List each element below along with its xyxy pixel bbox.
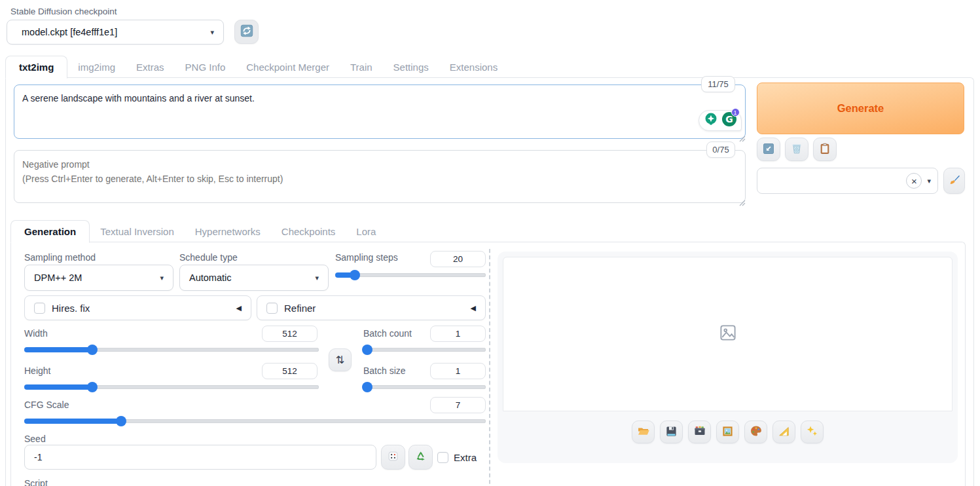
styles-dropdown[interactable]: × ▾ (757, 168, 938, 194)
reuse-seed-button[interactable] (408, 445, 433, 470)
tab-settings[interactable]: Settings (383, 56, 439, 78)
paintbrush-icon (948, 174, 961, 189)
checkpoint-dropdown[interactable]: model.ckpt [fe4efff1e1] ▾ (7, 20, 224, 45)
script-label: Script (24, 478, 48, 486)
gallery-toolbar (498, 421, 958, 443)
generation-panel: Sampling method DPM++ 2M ▾ Schedule type… (10, 242, 966, 486)
slider-thumb[interactable] (87, 345, 98, 355)
tab-textual-inversion[interactable]: Textual Inversion (90, 221, 185, 242)
slider-thumb[interactable] (350, 270, 360, 280)
checkpoint-value: model.ckpt [fe4efff1e1] (16, 27, 117, 37)
save-image-button[interactable] (660, 421, 683, 443)
accordion-arrow-icon: ◀ (471, 304, 476, 312)
height-label: Height (24, 365, 50, 376)
floppy-disk-icon (665, 425, 678, 439)
column-resize-handle[interactable] (489, 249, 490, 486)
cfg-scale-input[interactable] (430, 397, 486, 413)
send-to-img2img-button[interactable] (716, 421, 739, 443)
svg-text:G: G (725, 114, 733, 124)
tab-lora[interactable]: Lora (346, 221, 386, 242)
tab-train[interactable]: Train (340, 56, 383, 78)
batch-count-field (430, 326, 486, 342)
send-to-inpaint-button[interactable] (744, 421, 767, 443)
grammarly-badge: 1 (731, 108, 740, 117)
tab-checkpoint-merger[interactable]: Checkpoint Merger (236, 56, 340, 78)
tab-txt2img[interactable]: txt2img (5, 56, 67, 79)
read-parameters-button[interactable] (757, 138, 780, 161)
open-folder-button[interactable] (632, 421, 655, 443)
refresh-checkpoints-button[interactable] (234, 20, 259, 44)
swap-dimensions-button[interactable]: ⇅ (329, 348, 352, 371)
upscale-button[interactable] (801, 421, 824, 443)
save-zip-button[interactable] (688, 421, 711, 443)
refiner-checkbox[interactable] (266, 303, 278, 314)
schedule-type-label: Schedule type (179, 252, 238, 263)
recycle-icon (414, 450, 427, 464)
width-field (262, 326, 318, 342)
folder-icon (637, 424, 650, 439)
chevron-down-icon: ▾ (210, 29, 214, 36)
prompt-input[interactable]: A serene landscape with mountains and a … (14, 84, 746, 139)
trash-icon (790, 142, 803, 157)
archive-box-icon (693, 424, 706, 439)
txt2img-panel: A serene landscape with mountains and a … (5, 77, 974, 486)
batch-count-slider[interactable] (363, 345, 486, 355)
output-image-area[interactable] (503, 257, 953, 411)
cfg-scale-slider[interactable] (24, 416, 486, 426)
edit-styles-button[interactable] (943, 168, 965, 194)
seed-label: Seed (24, 434, 46, 444)
refresh-icon (240, 24, 254, 40)
triangular-ruler-icon (778, 425, 790, 439)
clear-styles-icon[interactable]: × (906, 173, 922, 189)
arrow-down-left-icon (762, 142, 775, 157)
seed-field (24, 445, 376, 470)
checkpoint-label: Stable Diffusion checkpoint (10, 7, 117, 16)
sampling-steps-slider[interactable] (335, 270, 486, 280)
send-to-extras-button[interactable] (772, 421, 795, 443)
slider-thumb[interactable] (116, 416, 126, 426)
sampling-steps-input[interactable] (430, 251, 486, 267)
cfg-scale-label: CFG Scale (24, 400, 69, 410)
hires-fix-checkbox[interactable] (34, 303, 45, 314)
swap-arrows-icon: ⇅ (336, 354, 344, 366)
schedule-type-dropdown[interactable]: Automatic ▾ (179, 265, 329, 291)
width-slider[interactable] (24, 345, 319, 355)
width-input[interactable] (262, 326, 318, 342)
height-slider[interactable] (24, 382, 319, 392)
batch-size-slider[interactable] (363, 382, 486, 392)
dice-icon (387, 450, 399, 464)
clear-prompt-button[interactable] (785, 138, 808, 161)
slider-thumb[interactable] (362, 382, 372, 392)
grammarly-widget[interactable]: G 1 (699, 110, 742, 131)
extra-seed-checkbox[interactable] (437, 452, 448, 463)
tab-png-info[interactable]: PNG Info (175, 56, 236, 78)
hires-fix-accordion[interactable]: Hires. fix ◀ (24, 295, 251, 320)
refiner-accordion[interactable]: Refiner ◀ (257, 295, 486, 320)
sampling-method-label: Sampling method (24, 252, 96, 263)
height-field (262, 363, 318, 379)
height-input[interactable] (262, 363, 318, 379)
sparkles-icon (806, 425, 818, 439)
slider-thumb[interactable] (362, 345, 372, 355)
negative-prompt-input[interactable] (14, 150, 746, 203)
accordion-arrow-icon: ◀ (236, 304, 242, 312)
slider-thumb[interactable] (87, 382, 98, 392)
tab-hypernetworks[interactable]: Hypernetworks (185, 221, 271, 242)
seed-input[interactable] (24, 445, 376, 470)
generate-button[interactable]: Generate (757, 83, 964, 134)
hires-fix-label: Hires. fix (52, 303, 90, 314)
tab-extensions[interactable]: Extensions (439, 56, 508, 78)
tab-checkpoints[interactable]: Checkpoints (271, 221, 346, 242)
paste-clipboard-button[interactable] (813, 138, 837, 161)
generation-tab-bar: Generation Textual Inversion Hypernetwor… (10, 218, 386, 242)
negative-token-counter: 0/75 (706, 141, 735, 158)
batch-size-input[interactable] (430, 363, 486, 379)
prompt-tool-buttons (757, 138, 837, 161)
batch-size-field (430, 363, 486, 379)
tab-img2img[interactable]: img2img (67, 56, 126, 78)
sampling-method-dropdown[interactable]: DPM++ 2M ▾ (24, 265, 173, 291)
random-seed-button[interactable] (381, 445, 405, 470)
batch-count-input[interactable] (430, 326, 486, 342)
tab-generation[interactable]: Generation (10, 220, 90, 243)
tab-extras[interactable]: Extras (126, 56, 175, 78)
